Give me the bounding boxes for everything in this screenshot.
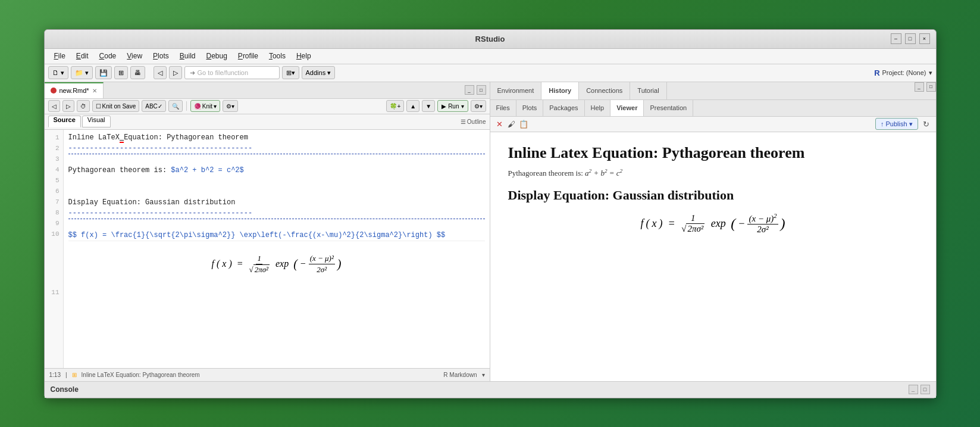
open-icon: 📁	[75, 69, 83, 77]
addins-button[interactable]: Addins▾	[302, 66, 336, 79]
knit-on-save-label: Knit on Save	[102, 103, 136, 110]
brush-button[interactable]: 🖌	[506, 118, 518, 130]
tab-presentation[interactable]: Presentation	[644, 100, 693, 116]
code-line-8: ----------------------------------------…	[68, 208, 485, 219]
publish-button[interactable]: ↑ Publish▾	[875, 118, 918, 130]
menu-build[interactable]: Build	[175, 51, 201, 61]
redo-button[interactable]: ▷	[62, 100, 74, 112]
viewer-paragraph-1: Pythagorean theorem is: a2 + b2 = c2	[508, 168, 918, 178]
copy-button[interactable]: 📋	[518, 118, 530, 130]
back-button[interactable]: ◁	[154, 66, 167, 79]
knit-button[interactable]: 🧶 Knit▾	[190, 100, 220, 112]
viewer-content: Inline Latex Equation: Pythagorean theor…	[490, 132, 936, 381]
menu-plots[interactable]: Plots	[148, 51, 174, 61]
console-maximize[interactable]: □	[920, 385, 930, 394]
settings-button[interactable]: ⚙▾	[223, 100, 238, 112]
new-file-button[interactable]: 🗋▾	[48, 66, 68, 79]
open-file-button[interactable]: 📁▾	[71, 66, 93, 79]
publish-label: Publish	[885, 120, 907, 127]
menu-edit[interactable]: Edit	[71, 51, 93, 61]
file-type-dropdown[interactable]: ▾	[482, 372, 485, 378]
cursor-position: 1:13	[49, 372, 61, 378]
knit-icon: 🧶	[194, 103, 201, 110]
knit-on-save-checkbox[interactable]: ☐ Knit on Save	[92, 100, 140, 112]
refresh-button[interactable]: ↻	[920, 118, 932, 130]
arrow-icon: ➜	[190, 69, 195, 77]
minimize-button[interactable]: –	[891, 33, 901, 44]
save-button[interactable]: 💾	[95, 66, 112, 79]
grid-button[interactable]: ⊞▾	[282, 66, 299, 79]
tab-tutorial[interactable]: Tutorial	[630, 82, 666, 99]
menu-profile[interactable]: Profile	[233, 51, 263, 61]
menu-view[interactable]: View	[122, 51, 147, 61]
go-down-button[interactable]: ▼	[422, 100, 435, 112]
code-line-10: $$ f(x) = \frac{1}{\sqrt{2\pi\sigma^2}} …	[68, 230, 485, 241]
right-top-minimize[interactable]: _	[915, 82, 924, 92]
save-all-icon: ⊞	[118, 69, 124, 77]
print-button[interactable]: 🖶	[130, 66, 145, 79]
addins-label: Addins	[306, 69, 326, 76]
main-toolbar: 🗋▾ 📁▾ 💾 ⊞ 🖶 ◁ ▷ ➜ Go to file/function ⊞▾…	[45, 64, 936, 82]
tab-environment[interactable]: Environment	[490, 82, 542, 99]
right-top-maximize[interactable]: □	[926, 82, 936, 92]
editor-tabs-bar: new.Rmd* ✕ _ □	[45, 82, 490, 99]
menu-file[interactable]: File	[49, 51, 70, 61]
menu-tools[interactable]: Tools	[264, 51, 290, 61]
console-bar: Console _ □	[45, 381, 936, 398]
tab-history[interactable]: History	[541, 82, 579, 99]
tab-files[interactable]: Files	[490, 100, 516, 116]
menu-debug[interactable]: Debug	[201, 51, 231, 61]
console-minimize[interactable]: _	[909, 385, 918, 394]
viewer-math-block: f(x) = 1 √2πσ² exp ( − (x − μ)2 2σ² )	[508, 213, 918, 235]
tab-plots[interactable]: Plots	[516, 100, 543, 116]
tab-help[interactable]: Help	[585, 100, 611, 116]
go-to-file-input[interactable]: ➜ Go to file/function	[184, 66, 280, 79]
history-button[interactable]: ⏱	[77, 100, 90, 112]
tab-connections[interactable]: Connections	[579, 82, 630, 99]
go-up-button[interactable]: ▲	[406, 100, 419, 112]
equation-rendered: f(x) = 1 √2πσ² exp ( − (x − μ)² 2σ²	[68, 241, 485, 287]
save-icon: 💾	[99, 69, 108, 77]
left-panel: new.Rmd* ✕ _ □ ◁ ▷ ⏱ ☐ Knit on Save ABC✓…	[45, 82, 490, 381]
run-button[interactable]: ▶ Run ▾	[437, 100, 468, 112]
status-separator: |	[65, 372, 67, 378]
knit-label: Knit	[202, 103, 212, 110]
delete-button[interactable]: ✕	[494, 118, 506, 130]
tab-packages[interactable]: Packages	[543, 100, 584, 116]
code-line-2: ----------------------------------------…	[68, 143, 485, 154]
menu-help[interactable]: Help	[292, 51, 316, 61]
maximize-pane-button[interactable]: □	[477, 85, 486, 95]
files-toolbar: ✕ 🖌 📋 ↑ Publish▾ ↻	[490, 117, 936, 132]
save-all-button[interactable]: ⊞	[114, 66, 128, 79]
main-content: new.Rmd* ✕ _ □ ◁ ▷ ⏱ ☐ Knit on Save ABC✓…	[45, 82, 936, 381]
forward-button[interactable]: ▷	[169, 66, 182, 79]
visual-tab[interactable]: Visual	[82, 116, 111, 127]
source-tab[interactable]: Source	[48, 116, 81, 127]
close-button[interactable]: ×	[919, 33, 930, 44]
code-content[interactable]: Inline LaTeX Equation: Pythagorean theor…	[64, 130, 490, 368]
tab-close-button[interactable]: ✕	[92, 88, 97, 94]
minimize-pane-button[interactable]: _	[465, 85, 474, 95]
file-type-label: R Markdown	[443, 372, 477, 378]
outline-button[interactable]: ☰ Outline	[461, 119, 486, 125]
viewer-p1-prefix: Pythagorean theorem is:	[508, 169, 586, 177]
right-top-tabs: Environment History Connections Tutorial…	[490, 82, 936, 100]
menu-code[interactable]: Code	[95, 51, 121, 61]
editor-tab-rmd[interactable]: new.Rmd* ✕	[45, 82, 104, 98]
go-to-file-label: Go to file/function	[198, 69, 249, 76]
status-context: Inline LaTeX Equation: Pythagorean theor…	[82, 372, 200, 378]
new-icon: 🗋	[52, 69, 59, 76]
tab-viewer[interactable]: Viewer	[610, 100, 644, 116]
find-button[interactable]: 🔍	[168, 100, 183, 112]
code-editor[interactable]: 1 2 3 4 5 6 7 8 9 10 11 Inline LaTeX Equ…	[45, 130, 490, 368]
spellcheck-button[interactable]: ABC✓	[142, 100, 166, 112]
more-button[interactable]: ⚙▾	[471, 100, 486, 112]
publish-icon: ↑	[881, 120, 884, 127]
maximize-button[interactable]: □	[905, 33, 916, 44]
insert-chunk-button[interactable]: 🍀+	[386, 100, 404, 112]
undo-button[interactable]: ◁	[48, 100, 60, 112]
code-line-1: Inline LaTeX Equation: Pythagorean theor…	[68, 132, 485, 143]
status-bar-editor: 1:13 | ⊞ Inline LaTeX Equation: Pythagor…	[45, 368, 490, 381]
line-numbers: 1 2 3 4 5 6 7 8 9 10 11	[45, 130, 64, 368]
code-line-9	[68, 219, 485, 230]
